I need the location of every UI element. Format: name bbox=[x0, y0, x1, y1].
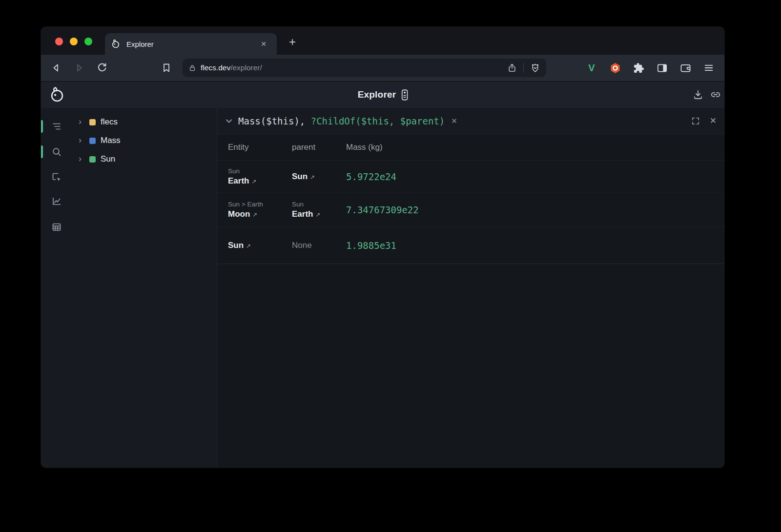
active-indicator bbox=[41, 120, 43, 133]
query-term-mass: Mass($this), bbox=[238, 116, 311, 126]
mass-cell: 1.9885e31 bbox=[346, 240, 724, 251]
left-icon-strip bbox=[41, 108, 72, 468]
brave-shields-icon[interactable] bbox=[530, 63, 540, 73]
entity-color-swatch bbox=[89, 138, 96, 144]
minimize-window-button[interactable] bbox=[70, 38, 78, 45]
column-header-mass: Mass (kg) bbox=[346, 143, 724, 152]
entity-link[interactable]: Earth↗ bbox=[292, 209, 346, 219]
link-icon[interactable] bbox=[710, 89, 721, 101]
menu-icon[interactable] bbox=[701, 60, 717, 76]
tree-item-sun[interactable]: › Sun bbox=[72, 150, 217, 168]
zoom-window-button[interactable] bbox=[84, 38, 92, 45]
browser-window: Explorer ✕ + bbox=[41, 27, 724, 468]
download-icon[interactable] bbox=[692, 89, 704, 101]
entity-link[interactable]: Sun↗ bbox=[228, 241, 292, 250]
url-path: /explorer/ bbox=[230, 63, 262, 72]
parent-cell: Sun↗ bbox=[292, 172, 346, 182]
app-content: › flecs › Mass › Sun bbox=[41, 108, 724, 468]
inspect-icon[interactable] bbox=[51, 172, 62, 183]
entity-cell: Sun Earth↗ bbox=[228, 167, 292, 186]
forward-button[interactable] bbox=[73, 62, 85, 74]
expand-icon[interactable] bbox=[691, 117, 700, 125]
entity-link[interactable]: Earth↗ bbox=[228, 176, 292, 186]
entity-parent-path: Sun bbox=[292, 201, 346, 208]
open-link-icon: ↗ bbox=[246, 243, 251, 249]
entity-cell: Sun > Earth Moon↗ bbox=[228, 201, 292, 219]
tree-item-label: Mass bbox=[101, 136, 121, 145]
column-header-entity: Entity bbox=[228, 143, 292, 152]
close-window-button[interactable] bbox=[55, 38, 63, 45]
mass-value: 1.9885e31 bbox=[346, 240, 396, 251]
open-link-icon: ↗ bbox=[310, 174, 315, 181]
entity-parent-path: Sun bbox=[228, 167, 292, 175]
flecs-favicon-icon bbox=[111, 39, 121, 49]
empty-area bbox=[217, 264, 724, 468]
back-button[interactable] bbox=[50, 62, 62, 74]
query-close-icon[interactable]: ✕ bbox=[710, 116, 717, 126]
extension-icons: V bbox=[584, 60, 717, 76]
entity-cell: Sun↗ bbox=[228, 241, 292, 250]
tree-view-icon[interactable] bbox=[51, 121, 62, 132]
wallet-icon[interactable] bbox=[678, 60, 693, 76]
query-expression[interactable]: Mass($this), ?ChildOf($this, $parent) bbox=[238, 116, 445, 126]
flecs-logo-icon[interactable] bbox=[49, 86, 65, 103]
chevron-down-icon[interactable] bbox=[225, 117, 233, 125]
table-view-icon[interactable] bbox=[51, 222, 62, 232]
browser-tab-explorer[interactable]: Explorer ✕ bbox=[105, 33, 277, 55]
open-link-icon: ↗ bbox=[252, 211, 257, 218]
mass-cell: 5.9722e24 bbox=[346, 171, 724, 182]
parent-cell: Sun Earth↗ bbox=[292, 201, 346, 219]
mass-value: 7.34767309e22 bbox=[346, 205, 419, 215]
address-bar[interactable]: flecs.dev/explorer/ bbox=[183, 59, 546, 77]
reload-button[interactable] bbox=[96, 62, 108, 74]
sidebar-toggle-icon[interactable] bbox=[654, 60, 670, 76]
chevron-right-icon[interactable]: › bbox=[79, 154, 85, 163]
url-text: flecs.dev/explorer/ bbox=[201, 63, 262, 72]
query-clear-icon[interactable]: ✕ bbox=[451, 117, 457, 125]
entity-color-swatch bbox=[89, 119, 96, 125]
vue-devtools-extension-icon[interactable]: V bbox=[584, 60, 599, 76]
search-icon[interactable] bbox=[51, 146, 62, 157]
divider bbox=[523, 63, 524, 73]
open-link-icon: ↗ bbox=[315, 211, 320, 218]
chevron-right-icon[interactable]: › bbox=[79, 136, 85, 144]
extensions-puzzle-icon[interactable] bbox=[631, 60, 646, 76]
parent-cell: None bbox=[292, 241, 346, 250]
page-title-group: Explorer bbox=[358, 82, 408, 108]
column-header-parent: parent bbox=[292, 143, 346, 152]
table-row: Sun Earth↗ Sun↗ 5.9722e24 bbox=[217, 161, 724, 193]
tree-item-flecs[interactable]: › flecs bbox=[72, 113, 217, 131]
parent-none-label: None bbox=[292, 241, 346, 250]
navigation-bar: flecs.dev/explorer/ V bbox=[41, 55, 724, 81]
chevron-right-icon[interactable]: › bbox=[79, 117, 85, 126]
open-link-icon: ↗ bbox=[251, 178, 256, 185]
stats-chart-icon[interactable] bbox=[51, 196, 62, 206]
entity-link[interactable]: Moon↗ bbox=[228, 209, 292, 219]
entity-parent-path: Sun > Earth bbox=[228, 201, 292, 208]
tree-item-label: flecs bbox=[101, 117, 118, 127]
mass-value: 5.9722e24 bbox=[346, 171, 396, 182]
url-domain: flecs.dev bbox=[201, 63, 230, 72]
tree-item-mass[interactable]: › Mass bbox=[72, 131, 217, 150]
entity-tree-panel: › flecs › Mass › Sun bbox=[72, 108, 217, 468]
table-row: Sun↗ None 1.9885e31 bbox=[217, 227, 724, 264]
share-icon[interactable] bbox=[507, 63, 517, 73]
new-tab-button[interactable]: + bbox=[286, 36, 299, 49]
query-term-childof: ?ChildOf($this, $parent) bbox=[311, 116, 445, 126]
hexagon-extension-icon[interactable] bbox=[607, 60, 623, 76]
active-indicator bbox=[41, 145, 43, 158]
query-panel: Mass($this), ?ChildOf($this, $parent) ✕ … bbox=[217, 108, 724, 468]
tab-title: Explorer bbox=[126, 40, 154, 48]
traffic-lights bbox=[55, 38, 92, 45]
urlbar-right-icons bbox=[507, 63, 540, 73]
query-header: Mass($this), ?ChildOf($this, $parent) ✕ … bbox=[217, 108, 724, 134]
remote-icon bbox=[401, 89, 408, 101]
tab-close-icon[interactable]: ✕ bbox=[259, 40, 268, 48]
desktop-background: Explorer ✕ + bbox=[0, 0, 781, 532]
bookmark-icon[interactable] bbox=[161, 62, 172, 74]
lock-icon bbox=[188, 64, 196, 72]
tab-strip: Explorer ✕ + bbox=[41, 27, 724, 55]
entity-link[interactable]: Sun↗ bbox=[292, 172, 346, 182]
tree-item-label: Sun bbox=[101, 154, 115, 164]
page-title: Explorer bbox=[358, 89, 396, 100]
